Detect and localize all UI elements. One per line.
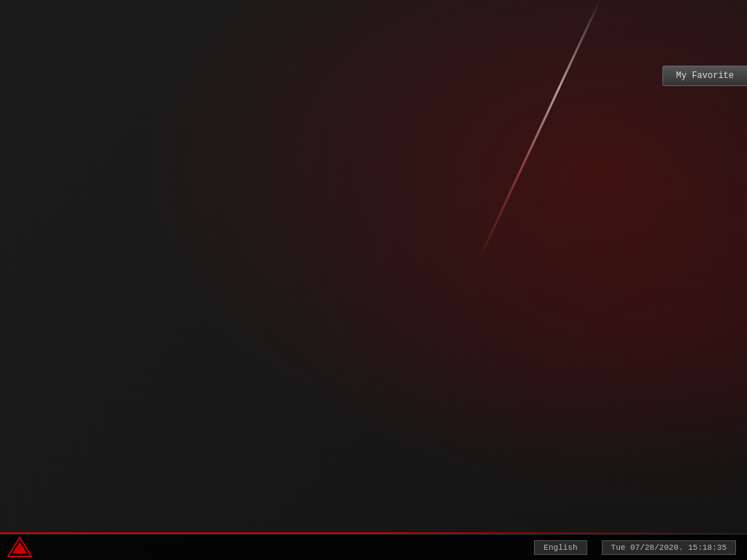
- svg-rect-22: [560, 479, 562, 482]
- nav-item-security[interactable]: ⊛ Security: [387, 35, 463, 59]
- divider-2: [15, 234, 503, 235]
- asrock-logo-bottom: [7, 536, 33, 558]
- svg-rect-60: [564, 508, 567, 511]
- security-icon: ⊛: [398, 41, 403, 53]
- svg-rect-34: [530, 491, 533, 494]
- full-screen-logo-value[interactable]: Enabled: [222, 377, 347, 394]
- right-panel: Description Sets the system boot order G…: [521, 66, 747, 531]
- svg-rect-9: [567, 473, 576, 482]
- nav-item-boot[interactable]: ⏻ Boot: [467, 35, 524, 58]
- boot-option-row-2[interactable]: Boot Option #2 UEFI: JetFlashTra...: [15, 117, 496, 136]
- nav-item-exit[interactable]: ⊡ Exit: [527, 35, 581, 59]
- logo-area: R PHANTOM GAMING UEFI: [7, 2, 66, 26]
- setting-row-num-lock[interactable]: Bootup Num-Lock On: [15, 323, 506, 346]
- svg-rect-49: [552, 499, 555, 502]
- svg-rect-35: [539, 491, 542, 494]
- svg-rect-39: [574, 491, 577, 494]
- nav-item-advanced[interactable]: ✦ Advanced: [155, 35, 231, 59]
- nav-item-main[interactable]: ⊞ Main: [7, 35, 61, 59]
- qr-code-image: [529, 469, 580, 520]
- addon-rom-label: AddOn ROM Display: [15, 406, 222, 416]
- description-box: Description Sets the system boot order: [529, 98, 740, 147]
- boot-option-row-1[interactable]: Boot Option #1 Windows Boot Mana...: [15, 96, 496, 115]
- setting-row-onboard-lan[interactable]: Boot From Onboard LAN Disabled: [15, 266, 506, 289]
- boot-beep-label: Boot Beep: [15, 355, 222, 365]
- svg-rect-47: [539, 499, 542, 502]
- svg-rect-13: [546, 470, 549, 473]
- bbs-item-hdd[interactable]: 🗂 Hard Drive BBS Priorities: [15, 190, 506, 209]
- svg-rect-53: [551, 504, 554, 507]
- svg-rect-48: [543, 499, 546, 502]
- svg-rect-36: [548, 491, 551, 494]
- priority-scrollbar[interactable]: ▲ ▼: [496, 96, 506, 175]
- asrock-logo: R: [7, 3, 29, 25]
- svg-rect-58: [546, 508, 549, 511]
- svg-rect-42: [543, 495, 546, 498]
- svg-rect-40: [530, 495, 533, 498]
- scroll-up-arrow[interactable]: ▲: [497, 97, 506, 107]
- boot-option-4-value[interactable]: USB: JetFlashTran...: [372, 158, 496, 176]
- svg-rect-44: [561, 495, 564, 498]
- setting-row-addon-rom[interactable]: AddOn ROM Display Enabled: [15, 400, 495, 423]
- nav-bar: ⊞ Main ◎ OC Tweaker ✦ Advanced ✕ Tool ⊙ …: [0, 29, 747, 66]
- bbs-usb-label: USB Device BBS Priorities: [31, 214, 162, 224]
- addon-rom-value[interactable]: Enabled: [222, 402, 347, 420]
- bottom-scroll-arrow[interactable]: ▼: [496, 408, 506, 418]
- svg-rect-12: [533, 507, 542, 516]
- boot-option-3-value[interactable]: SATA3_0: SPCC Sol...: [372, 138, 496, 155]
- svg-marker-67: [12, 542, 27, 553]
- boot-option-2-value[interactable]: UEFI: JetFlashTra...: [372, 117, 496, 135]
- setting-row-setup-timeout[interactable]: Setup Prompt Timeout 1: [15, 298, 506, 321]
- boot-option-row-4[interactable]: Boot Option #4 USB: JetFlashTran...: [15, 158, 496, 176]
- setting-row-full-screen-logo[interactable]: Full Screen Logo Enabled: [15, 374, 506, 397]
- onboard-lan-value[interactable]: Disabled: [222, 269, 347, 287]
- logo-text: PHANTOM GAMING UEFI: [33, 2, 66, 26]
- boot-option-row-3[interactable]: Boot Option #3 SATA3_0: SPCC Sol...: [15, 137, 496, 156]
- svg-rect-55: [560, 504, 562, 507]
- svg-rect-25: [539, 486, 542, 489]
- nav-item-tool[interactable]: ✕ Tool: [234, 35, 287, 59]
- hw-monitor-icon: ⊙: [301, 41, 307, 53]
- svg-rect-21: [555, 479, 558, 482]
- datetime-badge: Tue 07/28/2020. 15:18:35: [602, 540, 736, 555]
- main-icon: ⊞: [18, 41, 23, 53]
- easy-mode-button[interactable]: Easy Mode(F6): [658, 7, 740, 23]
- svg-rect-27: [548, 486, 551, 489]
- setting-row-boot-beep[interactable]: Boot Beep Disabled: [15, 349, 506, 372]
- boot-option-1-value[interactable]: Windows Boot Mana...: [372, 97, 496, 114]
- status-left: [0, 534, 33, 560]
- svg-rect-30: [561, 486, 564, 489]
- my-favorite-tab[interactable]: My Favorite: [662, 66, 747, 86]
- boot-option-1-label: Boot Option #1: [15, 96, 372, 115]
- fast-boot-value[interactable]: Disabled: [222, 244, 347, 261]
- section-title: Boot Option Priorities: [15, 77, 506, 88]
- setup-timeout-label: Setup Prompt Timeout: [15, 304, 222, 314]
- svg-rect-46: [530, 499, 533, 502]
- svg-rect-63: [551, 513, 554, 516]
- svg-rect-62: [546, 513, 549, 516]
- advanced-icon: ✦: [165, 41, 171, 53]
- scroll-thumb[interactable]: [497, 107, 506, 122]
- status-bar: English Tue 07/28/2020. 15:18:35: [0, 534, 747, 560]
- fast-boot-label: Fast Boot: [15, 247, 222, 257]
- svg-rect-65: [568, 513, 571, 516]
- content-area: Boot Option Priorities Boot Option #1 Wi…: [0, 66, 521, 531]
- setting-row-fast-boot[interactable]: Fast Boot Disabled: [15, 241, 506, 264]
- nav-item-hw-monitor[interactable]: ⊙ H/W Monitor: [291, 35, 384, 59]
- svg-rect-31: [565, 486, 568, 489]
- description-title: Description: [540, 108, 730, 119]
- full-screen-logo-label: Full Screen Logo: [15, 381, 222, 391]
- setup-timeout-value[interactable]: 1: [222, 300, 347, 318]
- num-lock-value[interactable]: On: [222, 326, 347, 343]
- svg-rect-16: [560, 470, 562, 473]
- svg-rect-52: [546, 504, 549, 507]
- scroll-down-arrow[interactable]: ▼: [497, 164, 506, 174]
- bbs-item-usb[interactable]: 🗂 USB Device BBS Priorities: [15, 209, 506, 228]
- boot-icon: ⏻: [477, 41, 487, 52]
- svg-rect-32: [570, 486, 573, 489]
- svg-rect-51: [574, 499, 577, 502]
- boot-beep-value[interactable]: Disabled: [222, 351, 347, 369]
- nav-item-oc-tweaker[interactable]: ◎ OC Tweaker: [64, 35, 151, 59]
- language-badge[interactable]: English: [534, 540, 587, 555]
- svg-rect-33: [574, 486, 577, 489]
